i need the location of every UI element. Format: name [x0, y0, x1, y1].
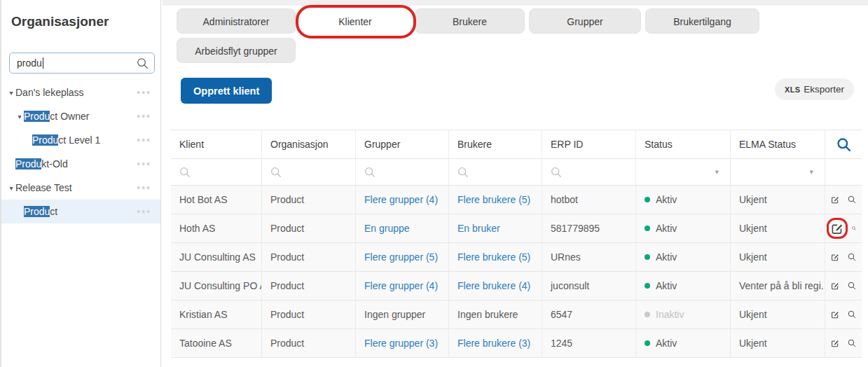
cell-actions	[825, 243, 862, 271]
cell-elma-status: Ukjent	[730, 300, 825, 328]
filter-grupper[interactable]	[355, 159, 448, 185]
create-client-button[interactable]: Opprett klient	[181, 78, 272, 104]
tab-arbeidsflyt-grupper[interactable]: Arbeidsflyt grupper	[177, 38, 296, 63]
cell-brukere-link[interactable]: En bruker	[448, 214, 542, 242]
magnifier-icon	[179, 167, 191, 178]
sidebar-title: Organisasjoner	[11, 14, 109, 29]
tab-brukere[interactable]: Brukere	[415, 8, 525, 34]
table-row[interactable]: JU Consulting AS Product Flere grupper (…	[171, 243, 862, 272]
cell-brukere-link[interactable]: Flere brukere (5)	[448, 186, 542, 214]
caret-down-icon[interactable]: ▾	[7, 184, 15, 192]
tab-brukertilgang[interactable]: Brukertilgang	[645, 8, 759, 34]
tree-item-product-level-1[interactable]: Product Level 1 •••	[1, 128, 160, 152]
cell-brukere-link[interactable]: Flere brukere (3)	[448, 329, 542, 357]
item-menu-dots[interactable]: •••	[137, 134, 151, 146]
status-dot	[645, 283, 650, 289]
cell-erp-id: 581779895	[542, 214, 635, 242]
cell-erp-id: URnes	[542, 243, 635, 271]
view-client-icon[interactable]	[848, 279, 856, 292]
cell-organisasjon: Product	[261, 300, 355, 328]
tree-item-label: Product Owner	[24, 111, 89, 122]
xls-export-button[interactable]: XLS Eksporter	[775, 78, 854, 100]
cell-klient: Tatooine AS	[171, 329, 261, 357]
cell-brukere-link[interactable]: Flere brukere (4)	[448, 272, 542, 300]
organization-tree: ▾ Dan's lekeplass ••• ▾ Product Owner ••…	[1, 81, 160, 223]
tree-item-release-test[interactable]: ▾ Release Test •••	[1, 176, 160, 200]
view-client-icon[interactable]	[848, 193, 856, 206]
header-grupper[interactable]: Grupper	[355, 130, 448, 158]
cell-grupper-link[interactable]: Flere grupper (3)	[355, 329, 448, 357]
header-brukere[interactable]: Brukere	[448, 130, 542, 158]
view-client-icon[interactable]	[848, 308, 856, 321]
tree-item-product-owner[interactable]: ▾ Product Owner •••	[1, 104, 160, 128]
cell-status: Aktiv	[635, 186, 730, 214]
cell-klient: JU Consulting PO AS	[171, 272, 261, 300]
item-menu-dots[interactable]: •••	[137, 87, 151, 98]
cell-elma-status: Venter på å bli regi...	[730, 272, 825, 300]
header-erp-id[interactable]: ERP ID	[542, 130, 635, 158]
tree-item-label: Dan's lekeplass	[15, 87, 84, 98]
view-client-icon[interactable]	[852, 222, 856, 235]
cell-grupper-link[interactable]: Flere grupper (5)	[355, 243, 448, 271]
tab-klienter[interactable]: Klienter	[300, 8, 411, 34]
edit-client-icon[interactable]	[831, 251, 839, 263]
table-row[interactable]: Hot Bot AS Product Flere grupper (4) Fle…	[171, 186, 862, 214]
caret-down-icon[interactable]: ▾	[15, 113, 24, 120]
cell-actions	[825, 186, 862, 214]
edit-client-icon[interactable]	[831, 337, 839, 349]
filter-brukere[interactable]	[448, 159, 542, 185]
status-dot	[645, 197, 650, 202]
status-dot	[645, 226, 650, 231]
tree-item-produkt-old[interactable]: Produkt-Old •••	[1, 152, 160, 176]
edit-client-icon[interactable]	[831, 222, 843, 235]
cell-actions	[825, 300, 862, 328]
table-row[interactable]: Kristian AS Product Ingen grupper Ingen …	[171, 300, 862, 329]
cell-klient: Hot Bot AS	[171, 186, 261, 214]
magnifier-icon	[364, 167, 376, 178]
table-row[interactable]: JU Consulting PO AS Product Flere gruppe…	[171, 272, 862, 300]
tab-administratorer[interactable]: Administratorer	[177, 8, 296, 34]
tree-item-label: Release Test	[15, 182, 72, 193]
item-menu-dots[interactable]: •••	[137, 182, 151, 193]
tree-item-label: Product Level 1	[32, 134, 100, 146]
item-menu-dots[interactable]: •••	[137, 206, 151, 217]
item-menu-dots[interactable]: •••	[137, 111, 151, 122]
item-menu-dots[interactable]: •••	[137, 158, 151, 169]
cell-status: Aktiv	[635, 214, 730, 242]
header-status[interactable]: Status	[635, 130, 730, 158]
edit-client-icon[interactable]	[831, 308, 839, 321]
view-client-icon[interactable]	[848, 251, 856, 263]
tab-grupper[interactable]: Grupper	[529, 8, 641, 34]
table-row[interactable]: Hoth AS Product En gruppe En bruker 5817…	[171, 214, 862, 243]
view-client-icon[interactable]	[848, 337, 856, 349]
tree-item-label: Produkt-Old	[15, 158, 68, 169]
filter-elma-dropdown[interactable]: ▾	[730, 159, 825, 185]
caret-down-icon[interactable]: ▾	[7, 89, 15, 97]
cell-erp-id: 6547	[542, 300, 635, 328]
header-organisasjon[interactable]: Organisasjon	[261, 130, 355, 158]
edit-client-icon[interactable]	[831, 193, 839, 206]
cell-grupper-link[interactable]: Flere grupper (4)	[355, 272, 448, 300]
cell-grupper-link[interactable]: En gruppe	[355, 214, 448, 242]
header-klient[interactable]: Klient	[171, 130, 261, 158]
cell-brukere-link[interactable]: Flere brukere (5)	[448, 243, 542, 271]
search-icon	[836, 137, 851, 152]
cell-grupper: Ingen grupper	[355, 300, 448, 328]
cell-grupper-link[interactable]: Flere grupper (4)	[355, 186, 448, 214]
organizations-sidebar: Organisasjoner produ ▾ Dan's lekeplass •…	[0, 0, 161, 367]
edit-client-icon[interactable]	[831, 279, 839, 292]
tab-bar-row2: Arbeidsflyt grupper	[177, 38, 296, 63]
cell-actions	[825, 214, 862, 242]
tree-item-dans-lekeplass[interactable]: ▾ Dan's lekeplass •••	[1, 81, 160, 104]
header-elma-status[interactable]: ELMA Status	[730, 130, 825, 158]
table-row[interactable]: Tatooine AS Product Flere grupper (3) Fl…	[171, 329, 862, 358]
filter-klient[interactable]	[171, 159, 261, 185]
org-search-input[interactable]: produ	[9, 53, 155, 74]
caret-down-icon: ▾	[715, 167, 719, 176]
table-search-button[interactable]	[825, 130, 862, 158]
filter-status-dropdown[interactable]: ▾	[635, 159, 730, 185]
tree-item-product-selected[interactable]: Product •••	[1, 200, 160, 223]
filter-organisasjon[interactable]	[261, 159, 355, 185]
filter-erp-id[interactable]	[542, 159, 635, 185]
cell-klient: Kristian AS	[171, 300, 261, 328]
